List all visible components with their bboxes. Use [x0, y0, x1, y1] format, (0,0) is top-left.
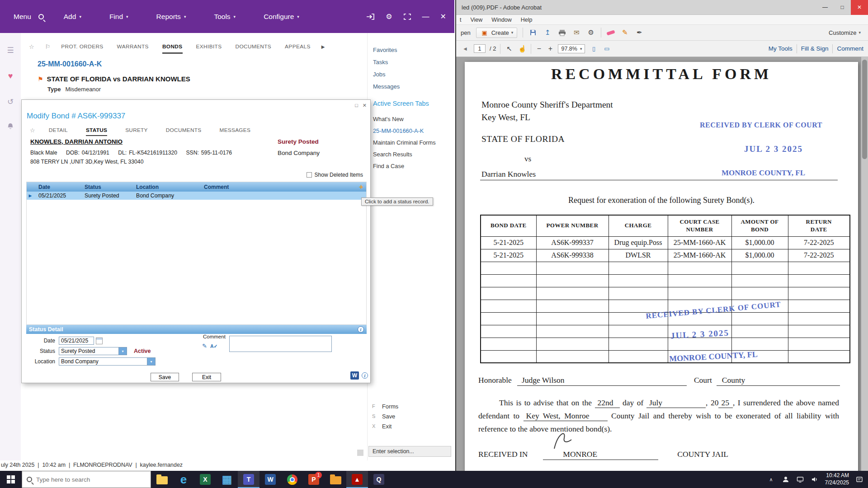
column-comment[interactable]: Comment — [204, 184, 356, 190]
open-in-new-icon[interactable] — [366, 13, 375, 20]
dialog-close-icon[interactable]: ✕ — [363, 103, 367, 108]
case-tab[interactable]: APPEALS — [285, 43, 311, 54]
location-select[interactable] — [59, 357, 147, 366]
menu-window[interactable]: Window — [491, 17, 511, 23]
history-icon[interactable]: ↺ — [7, 97, 14, 107]
zoom-level-select[interactable]: 97.8% ▾ — [558, 44, 585, 53]
display-icon[interactable] — [796, 476, 804, 483]
zoom-in-icon[interactable]: + — [547, 45, 554, 53]
edge-taskbar-icon[interactable]: e — [173, 471, 194, 488]
dropdown-arrow-icon[interactable]: ▾ — [119, 347, 127, 355]
word-taskbar-icon[interactable]: W — [259, 471, 281, 488]
user-icon[interactable] — [782, 476, 790, 483]
shortcut-item[interactable]: X Exit — [372, 421, 451, 431]
selection-input[interactable]: Enter selection... — [368, 446, 451, 457]
pin-icon[interactable]: ⚐ — [45, 43, 51, 50]
star-icon[interactable]: ☆ — [29, 43, 34, 50]
case-tab[interactable]: BONDS — [162, 43, 183, 54]
menu-dropdown[interactable]: Find ▾ — [109, 13, 128, 21]
sidebar-link[interactable]: Jobs — [373, 71, 400, 83]
menu-dropdown[interactable]: Add ▾ — [64, 13, 81, 21]
sidebar-link[interactable]: Tasks — [373, 59, 400, 71]
taskbar-search[interactable] — [22, 471, 151, 488]
checkbox-icon[interactable] — [307, 172, 312, 178]
acrobat-taskbar-icon[interactable]: ▲ — [346, 471, 368, 488]
sidebar-link[interactable]: Favorites — [373, 47, 400, 59]
save-button[interactable]: Save — [151, 373, 179, 381]
clock[interactable]: 10:42 AM 7/24/2025 — [825, 472, 849, 486]
shortcut-item[interactable]: S Save — [372, 411, 451, 421]
menu-help[interactable]: Help — [521, 17, 533, 23]
scrolling-page-icon[interactable]: ▭ — [602, 45, 611, 52]
screen-tab[interactable]: Search Results — [373, 151, 436, 163]
screen-tab[interactable]: 25-MM-001660-A-K — [373, 127, 436, 139]
minimize-icon[interactable]: — — [422, 13, 429, 21]
search-icon[interactable] — [38, 14, 44, 19]
dialog-tab[interactable]: MESSAGES — [220, 127, 251, 136]
dialog-maximize-icon[interactable]: □ — [355, 103, 358, 108]
zoom-out-icon[interactable]: − — [535, 45, 542, 53]
menu-dropdown[interactable]: Tools ▾ — [214, 13, 236, 21]
page-number-input[interactable]: 1 — [474, 44, 486, 53]
info-icon[interactable]: i — [362, 372, 368, 379]
q-app-taskbar-icon[interactable]: Q — [368, 471, 390, 488]
fill-sign-pane[interactable]: Fill & Sign — [801, 45, 829, 52]
edit-note-icon[interactable]: ✎ — [202, 343, 207, 349]
column-location[interactable]: Location — [136, 184, 204, 190]
tray-expand-icon[interactable]: ∧ — [767, 477, 775, 483]
file-explorer-taskbar-icon[interactable] — [151, 471, 173, 488]
settings-gear-icon[interactable]: ⚙ — [586, 28, 595, 37]
status-select[interactable] — [59, 347, 119, 355]
open-button-fragment[interactable]: pen — [461, 29, 471, 36]
speaker-icon[interactable] — [811, 476, 819, 483]
previous-view-icon[interactable]: ◄ — [461, 46, 470, 52]
powerpoint-taskbar-icon[interactable]: P1 — [303, 471, 325, 488]
scrollbar-thumb[interactable] — [862, 60, 867, 159]
heart-icon[interactable]: ♥ — [8, 71, 13, 81]
hand-tool-icon[interactable]: ☝ — [518, 45, 527, 53]
customize-button[interactable]: Customize ▾ — [829, 29, 861, 36]
create-button[interactable]: ▣ Create ▾ — [476, 28, 518, 38]
comment-pane[interactable]: Comment — [837, 45, 863, 52]
print-icon[interactable] — [557, 29, 566, 36]
column-date[interactable]: Date — [34, 184, 85, 190]
exit-button[interactable]: Exit — [192, 373, 221, 381]
case-tab[interactable]: DOCUMENTS — [235, 43, 271, 54]
case-number-link[interactable]: 25-MM-001660-A-K — [38, 60, 102, 68]
document-area[interactable]: RECOMMITTAL FORM Monroe County Sheriff's… — [456, 57, 861, 471]
my-tools-pane[interactable]: My Tools — [769, 45, 793, 52]
case-tab[interactable]: WARRANTS — [117, 43, 149, 54]
teams-taskbar-icon[interactable]: T — [238, 471, 259, 488]
status-row[interactable]: ▶ 05/21/2025 Surety Posted Bond Company — [27, 192, 366, 200]
focus-mode-icon[interactable] — [403, 13, 411, 20]
list-icon[interactable]: ☰ — [7, 46, 14, 55]
folder-taskbar-icon[interactable] — [325, 471, 346, 488]
minimize-icon[interactable]: — — [816, 0, 834, 15]
share-icon[interactable]: ↥ — [543, 28, 552, 37]
case-tab[interactable]: EXHIBITS — [196, 43, 222, 54]
star-icon[interactable]: ☆ — [30, 127, 35, 134]
select-tool-icon[interactable]: ↖ — [505, 45, 514, 53]
settings-gear-icon[interactable]: ⚙ — [386, 12, 392, 21]
resize-grip[interactable] — [357, 450, 363, 456]
menu-dropdown[interactable]: Reports ▾ — [156, 13, 186, 21]
action-center-icon[interactable] — [855, 476, 863, 483]
case-tab[interactable]: PROT. ORDERS — [61, 43, 103, 54]
dialog-tab[interactable]: STATUS — [86, 127, 107, 136]
pen-icon[interactable]: ✎ — [620, 28, 629, 37]
more-tabs-icon[interactable]: ▶ — [321, 44, 325, 49]
info-icon[interactable]: i — [358, 326, 364, 333]
dialog-tab[interactable]: SURETY — [125, 127, 148, 136]
bell-icon[interactable] — [7, 123, 14, 132]
maximize-icon[interactable]: □ — [834, 0, 851, 15]
sidebar-link[interactable]: Messages — [373, 83, 400, 95]
dialog-tab[interactable]: DOCUMENTS — [166, 127, 202, 136]
save-icon[interactable] — [528, 29, 538, 36]
calendar-icon[interactable] — [96, 338, 103, 344]
signature-icon[interactable]: ✒ — [635, 28, 644, 37]
menu-dropdown[interactable]: Configure ▾ — [264, 13, 299, 21]
chrome-taskbar-icon[interactable] — [281, 471, 303, 488]
start-button[interactable] — [0, 471, 22, 488]
spellcheck-icon[interactable]: A✓ — [210, 343, 217, 349]
dialog-tab[interactable]: DETAIL — [49, 127, 68, 136]
